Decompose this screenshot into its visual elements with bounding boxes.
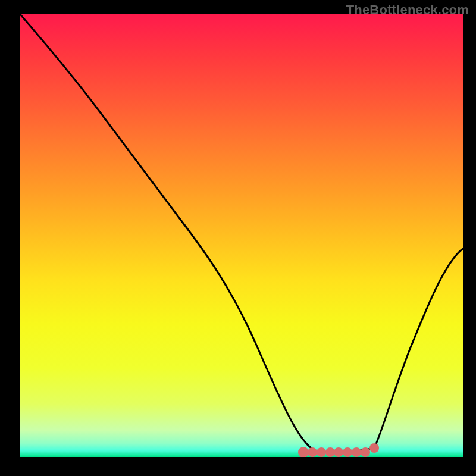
chart-container: TheBottleneck.com <box>0 0 476 476</box>
svg-point-7 <box>361 447 370 457</box>
bottleneck-curve <box>20 14 463 452</box>
svg-point-8 <box>369 443 379 453</box>
svg-point-2 <box>317 447 326 457</box>
chart-svg <box>20 14 463 457</box>
svg-point-0 <box>298 447 309 457</box>
plot-area <box>20 14 463 457</box>
svg-point-4 <box>334 447 343 457</box>
svg-point-6 <box>352 447 361 457</box>
watermark-text: TheBottleneck.com <box>346 2 469 18</box>
svg-point-5 <box>343 447 352 457</box>
flat-region-markers <box>298 443 379 457</box>
svg-point-3 <box>325 447 335 457</box>
svg-point-1 <box>308 447 317 457</box>
